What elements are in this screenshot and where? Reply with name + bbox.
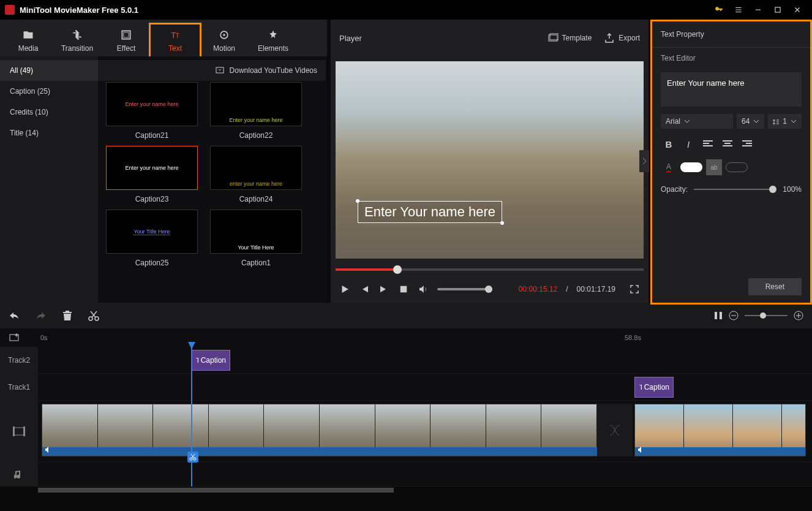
export-button[interactable]: Export [604,32,640,44]
tab-text[interactable]: TTText [151,25,200,56]
thumb-caption25[interactable]: Your Title Here [106,210,198,254]
split-icon[interactable] [88,310,99,321]
minimize-icon[interactable] [748,0,768,20]
thumb-caption23[interactable]: Enter your name here [106,146,198,190]
highlight-icon[interactable]: ab [706,159,722,175]
audio-track[interactable] [0,462,812,486]
fullscreen-icon[interactable] [629,284,640,295]
opacity-slider[interactable] [694,189,776,190]
transition-slot[interactable] [597,404,633,456]
category-title[interactable]: Title (14) [0,123,98,143]
thumbnail-grid: Enter your name hereCaption21 Enter your… [98,77,327,303]
thumb-caption21[interactable]: Enter your name here [106,82,198,126]
tab-text-label: Text [168,44,182,53]
audio-track-icon [0,462,38,486]
category-all[interactable]: All (49) [0,60,98,81]
svg-rect-22 [23,426,25,436]
caption-clip-2[interactable]: TCaption [191,350,230,371]
timeline-ruler[interactable]: 0s 58.8s [0,328,812,347]
track-label: Track2 [0,347,38,373]
tab-effect[interactable]: Effect [102,25,151,56]
thumb-caption22[interactable]: Enter your name here [210,82,302,126]
playhead[interactable] [191,347,192,486]
time-duration: 00:01:17.19 [577,285,615,293]
video-track-icon [0,401,38,461]
svg-rect-1 [122,31,130,39]
app-logo [5,5,15,15]
template-button[interactable]: Template [547,32,592,44]
player-title: Player [339,34,535,43]
tab-media-label: Media [18,44,39,53]
text-input[interactable]: Enter Your name here [661,72,802,107]
timeline-tracks: Track2 TCaption Track1 TCaption [0,347,812,486]
zoom-out-icon[interactable] [729,311,739,320]
speaker-icon [45,446,52,455]
video-clip-2[interactable] [634,404,806,456]
close-icon[interactable] [788,0,807,20]
fit-icon[interactable] [714,311,723,320]
thumb-caption24[interactable]: enter your name here [210,146,302,190]
tab-elements[interactable]: Elements [249,25,298,56]
font-select[interactable]: Arial [661,114,733,129]
reset-button[interactable]: Reset [748,278,802,295]
seek-bar[interactable] [336,263,644,276]
ruler-time-0: 0s [40,334,48,341]
italic-button[interactable]: I [680,136,696,152]
tab-media[interactable]: Media [4,25,53,56]
expand-right-icon[interactable] [639,150,649,172]
track-label: Track1 [0,374,38,400]
timeline-scrollbar[interactable] [38,486,812,494]
main-toolbar: Media Transition Effect TTText Motion El… [0,20,327,56]
thumb-label: Caption21 [135,131,169,140]
video-track[interactable] [0,401,812,462]
text-color-swatch[interactable] [680,162,702,172]
svg-rect-21 [13,426,15,436]
zoom-slider[interactable] [745,315,788,316]
opacity-value: 100% [783,185,802,194]
category-credits[interactable]: Credits (10) [0,102,98,123]
time-current: 00:00:15.12 [519,285,557,293]
app-title: MiniTool MovieMaker Free 5.0.1 [20,6,709,15]
volume-icon[interactable] [418,284,429,295]
thumb-label: Caption24 [239,195,273,203]
property-header: Text Property [652,21,810,48]
thumb-caption1[interactable]: Your Title Here [210,210,302,254]
prev-frame-icon[interactable] [359,284,370,295]
download-link[interactable]: Download YouTube Videos [230,66,317,75]
cut-marker-icon[interactable] [187,452,198,463]
caption-clip-1[interactable]: TCaption [634,377,674,398]
undo-icon[interactable] [9,311,20,320]
download-bar: Download YouTube Videos [98,60,326,81]
highlight-color-swatch[interactable] [726,162,748,172]
category-caption[interactable]: Caption (25) [0,81,98,102]
svg-text:T: T [176,32,179,39]
line-spacing-icon [773,118,779,124]
redo-icon[interactable] [36,311,47,320]
align-left-icon[interactable] [700,136,716,152]
preview-area[interactable]: Enter Your name here [336,61,644,259]
line-spacing-select[interactable]: 1 [768,114,802,129]
stop-icon[interactable] [398,284,409,295]
bold-button[interactable]: B [661,136,677,152]
volume-slider[interactable] [437,288,492,290]
align-right-icon[interactable] [739,136,755,152]
track-1[interactable]: Track1 TCaption [0,374,812,401]
size-select[interactable]: 64 [737,114,764,129]
play-icon[interactable] [339,284,350,295]
tab-motion[interactable]: Motion [200,25,249,56]
menu-icon[interactable] [729,0,748,20]
align-center-icon[interactable] [720,136,735,152]
delete-icon[interactable] [62,310,72,321]
add-track-icon[interactable] [9,332,20,345]
tab-transition[interactable]: Transition [53,25,102,56]
seek-knob[interactable] [393,265,402,274]
track-2[interactable]: Track2 TCaption [0,347,812,374]
next-frame-icon[interactable] [378,284,389,295]
zoom-in-icon[interactable] [794,311,803,320]
tab-effect-label: Effect [117,44,135,53]
text-overlay[interactable]: Enter Your name here [358,201,502,223]
text-color-icon[interactable]: A [661,159,677,175]
key-icon[interactable] [709,0,729,20]
video-clip-1[interactable] [42,404,598,456]
maximize-icon[interactable] [768,0,788,20]
